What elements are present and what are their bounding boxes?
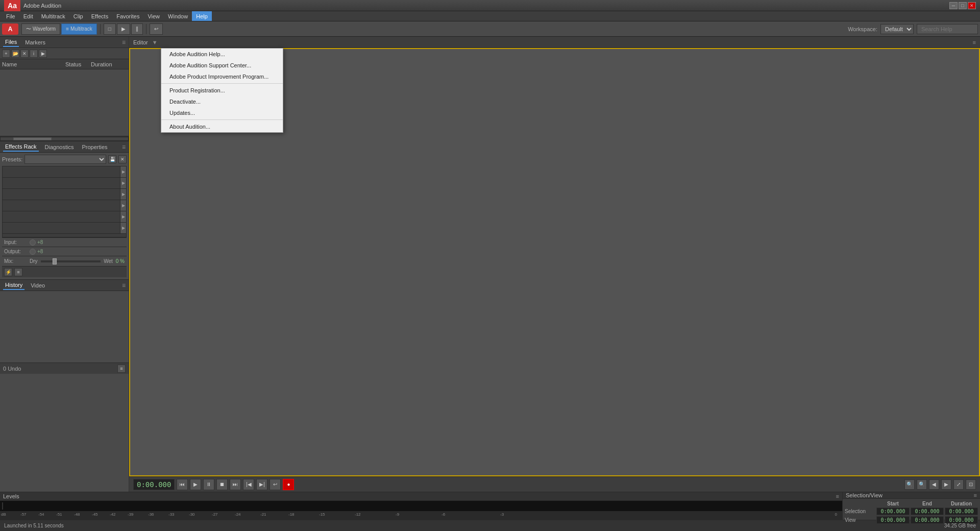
selection-panel-close[interactable]: ≡ — [974, 492, 977, 498]
toolbar-undo-btn[interactable]: ↩ — [150, 23, 163, 35]
ruler-mark-15: -15 — [319, 512, 325, 517]
undo-options-btn[interactable]: ≡ — [117, 365, 126, 373]
menu-clip[interactable]: Clip — [69, 11, 87, 21]
workspace-select[interactable]: Default — [880, 24, 914, 34]
output-db: +8 — [37, 249, 43, 254]
ruler-mark-51: -51 — [56, 512, 62, 517]
history-tab[interactable]: History — [3, 281, 24, 290]
ruler-mark-42: -42 — [110, 512, 116, 517]
power-btn[interactable]: ⚡ — [4, 268, 12, 276]
rack-slot-1[interactable] — [3, 166, 126, 178]
sel-view-start[interactable]: 0:00.000 — [876, 516, 910, 524]
sel-selection-duration[interactable]: 0:00.000 — [945, 508, 978, 515]
diagnostics-tab[interactable]: Diagnostics — [43, 143, 76, 151]
transport-go-end[interactable]: ⏭ — [230, 479, 241, 490]
presets-select[interactable] — [24, 155, 106, 164]
menu-item-audition-help[interactable]: Adobe Audition Help... — [161, 49, 283, 60]
new-file-btn[interactable]: + — [2, 50, 10, 58]
toolbar-open-btn[interactable]: ▶ — [117, 23, 130, 35]
sel-view-end[interactable]: 0:00.000 — [911, 516, 944, 524]
menu-item-product-registration[interactable]: Product Registration... — [161, 85, 283, 96]
search-help-input[interactable] — [917, 24, 978, 34]
menu-favorites[interactable]: Favorites — [112, 11, 143, 21]
zoom-out-btn[interactable]: 🔍 — [917, 479, 927, 490]
levels-ruler: dB -57 -54 -51 -48 -45 -42 -39 -36 -33 -… — [0, 511, 842, 520]
rack-slot-2[interactable] — [3, 178, 126, 189]
sel-selection-end[interactable]: 0:00.000 — [911, 508, 944, 515]
zoom-full-btn[interactable]: ⤢ — [953, 479, 964, 490]
toolbar-save-btn[interactable]: ‖ — [131, 23, 143, 35]
close-file-btn[interactable]: ✕ — [20, 50, 29, 58]
close-button[interactable]: ✕ — [968, 2, 976, 9]
files-hscroll-thumb[interactable] — [13, 137, 52, 140]
rack-scroll-up6[interactable]: ▶ — [120, 223, 126, 234]
menu-help[interactable]: Help — [192, 11, 212, 21]
autoplay-btn[interactable]: ▶ — [39, 50, 47, 58]
undo-label: 0 Undo — [3, 366, 21, 372]
menu-multitrack[interactable]: Multitrack — [37, 11, 69, 21]
rack-slot-3[interactable] — [3, 189, 126, 200]
files-section: Files Markers ≡ + 📂 ✕ i ▶ Name Status Du… — [0, 37, 129, 141]
mix-slider[interactable] — [41, 260, 101, 262]
files-scrollbar[interactable] — [0, 136, 129, 141]
menu-effects[interactable]: Effects — [87, 11, 112, 21]
transport-go-start[interactable]: ⏮ — [177, 479, 188, 490]
open-file-btn[interactable]: 📂 — [11, 50, 19, 58]
editor-panel-close[interactable]: ≡ — [973, 39, 976, 45]
transport-loop[interactable]: ↩ — [270, 479, 281, 490]
menu-window[interactable]: Window — [164, 11, 192, 21]
file-info-btn[interactable]: i — [30, 50, 38, 58]
files-tab[interactable]: Files — [3, 38, 19, 47]
rack-slot-5[interactable] — [3, 211, 126, 223]
levels-panel-close[interactable]: ≡ — [836, 493, 839, 499]
effects-panel-close[interactable]: ≡ — [122, 143, 126, 151]
toolbar-new-btn[interactable]: □ — [104, 23, 116, 35]
menu-item-support-center[interactable]: Adobe Audition Support Center... — [161, 60, 283, 71]
menu-item-about[interactable]: About Audition... — [161, 121, 283, 132]
menu-item-deactivate[interactable]: Deactivate... — [161, 96, 283, 107]
levels-content — [0, 501, 842, 511]
rack-scroll-up4[interactable]: ▶ — [120, 200, 126, 211]
waveform-button[interactable]: 〜 Waveform — [21, 23, 60, 35]
rack-slot-4[interactable] — [3, 200, 126, 211]
transport-play[interactable]: ▶ — [190, 479, 201, 490]
effects-rack-tab[interactable]: Effects Rack — [3, 142, 39, 152]
menu-view[interactable]: View — [143, 11, 164, 21]
zoom-selection-btn[interactable]: ⊡ — [966, 479, 976, 490]
menu-file[interactable]: File — [2, 11, 19, 21]
rack-scroll-up[interactable]: ▶ — [120, 166, 126, 178]
history-panel-close[interactable]: ≡ — [122, 282, 126, 289]
transport-next-marker[interactable]: ▶| — [256, 479, 267, 490]
list-btn[interactable]: ≡ — [14, 268, 22, 276]
transport-prev-marker[interactable]: |◀ — [243, 479, 254, 490]
files-panel-close[interactable]: ≡ — [122, 39, 126, 46]
transport-pause[interactable]: ⏸ — [203, 479, 214, 490]
menu-item-updates[interactable]: Updates... — [161, 107, 283, 118]
transport-stop[interactable]: ⏹ — [216, 479, 228, 490]
video-tab[interactable]: Video — [29, 281, 47, 289]
restore-button[interactable]: □ — [959, 2, 967, 9]
menu-edit[interactable]: Edit — [19, 11, 37, 21]
rack-scroll-up2[interactable]: ▶ — [120, 178, 126, 189]
editor-dropdown-icon[interactable]: ▼ — [152, 39, 158, 45]
presets-delete-btn[interactable]: ✕ — [118, 155, 127, 163]
selection-view-label: Selection/View — [846, 492, 883, 498]
zoom-right-btn[interactable]: ▶ — [941, 479, 951, 490]
sel-selection-start[interactable]: 0:00.000 — [876, 508, 910, 515]
mix-slider-thumb[interactable] — [53, 258, 57, 264]
zoom-in-btn[interactable]: 🔍 — [904, 479, 915, 490]
files-hscroll[interactable] — [0, 137, 129, 141]
properties-tab[interactable]: Properties — [80, 143, 109, 151]
rack-scroll-up3[interactable]: ▶ — [120, 189, 126, 200]
presets-save-btn[interactable]: 💾 — [108, 155, 116, 163]
zoom-left-btn[interactable]: ◀ — [929, 479, 939, 490]
rack-slot-6[interactable] — [3, 223, 126, 234]
multitrack-button[interactable]: ≡ Multitrack — [61, 23, 97, 35]
title-bar-controls[interactable]: ─ □ ✕ — [949, 2, 976, 9]
col-name-header: Name — [2, 61, 65, 67]
rack-scroll-up5[interactable]: ▶ — [120, 211, 126, 223]
transport-record[interactable]: ● — [283, 479, 294, 490]
menu-item-improvement-program[interactable]: Adobe Product Improvement Program... — [161, 71, 283, 82]
markers-tab[interactable]: Markers — [23, 38, 47, 46]
minimize-button[interactable]: ─ — [949, 2, 958, 9]
